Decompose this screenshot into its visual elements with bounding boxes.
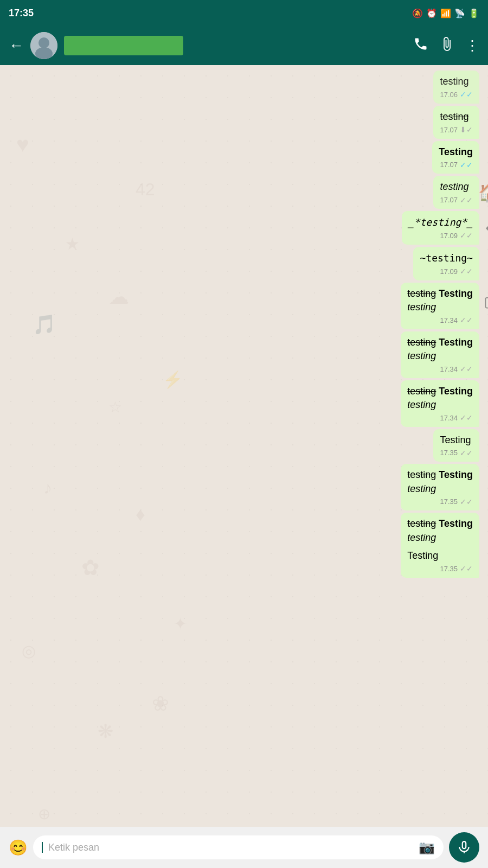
list-item: testing Testing testing Testing 17.35 ✓✓ bbox=[401, 513, 479, 577]
chat-background: ♥ ★ 🎵 ☆ ♪ ✿ ◎ ❋ ⊕ 42 ☁ ⚡ ♦ ✦ ❀ testing 1… bbox=[0, 65, 488, 868]
alarm-icon: ⏰ bbox=[426, 8, 437, 18]
mute-icon: 🔕 bbox=[412, 8, 423, 18]
contact-name-bar bbox=[64, 36, 183, 55]
input-bar: 😊 📷 bbox=[0, 827, 488, 868]
chat-header: ← ⋮ bbox=[0, 26, 488, 65]
message-text-second: Testing bbox=[407, 549, 473, 563]
svg-text:◎: ◎ bbox=[22, 642, 36, 660]
message-partial: testing 17.06 ✓✓ bbox=[433, 71, 479, 104]
message-time: 17.34 bbox=[440, 365, 458, 374]
header-actions: ⋮ bbox=[413, 36, 479, 55]
message-time: 17.07 bbox=[440, 125, 458, 135]
list-item: testing Testing testing 17.34 ✓✓ bbox=[401, 380, 479, 427]
message-ticks: ✓✓ bbox=[460, 160, 473, 171]
message-time: 17.35 bbox=[440, 448, 458, 458]
message-ticks: ✓✓ bbox=[460, 231, 473, 241]
message-text: testing bbox=[440, 111, 468, 122]
message-ticks: ✓✓ bbox=[460, 364, 473, 375]
camera-button[interactable]: 📷 bbox=[419, 840, 435, 855]
message-text: testing bbox=[440, 181, 468, 192]
message-time: 17.07 bbox=[440, 195, 458, 205]
svg-text:⊕: ⊕ bbox=[38, 806, 50, 822]
message-ticks: ✓✓ bbox=[460, 413, 473, 424]
message-ticks: ✓✓ bbox=[460, 266, 473, 277]
emoji-button[interactable]: 😊 bbox=[9, 839, 28, 857]
message-time: 17.35 bbox=[440, 497, 458, 507]
message-text: _*testing*_ bbox=[408, 216, 473, 228]
mic-button[interactable] bbox=[449, 832, 479, 863]
message-ticks: ⬇✓ bbox=[460, 125, 473, 136]
list-item: Testing 17.07 ✓✓ bbox=[432, 141, 479, 174]
list-item: testing 17.07 ✓✓ 🏠 bbox=[433, 176, 479, 209]
message-ticks: ✓✓ bbox=[460, 315, 473, 326]
status-bar: 17:35 🔕 ⏰ 📶 📡 🔋 bbox=[0, 0, 488, 26]
message-time: 17.09 bbox=[440, 267, 458, 277]
status-icons: 🔕 ⏰ 📶 📡 🔋 bbox=[412, 8, 479, 18]
message-text: testing Testing testing bbox=[407, 385, 473, 412]
message-time: 17.07 bbox=[440, 160, 458, 170]
message-ticks: ✓✓ bbox=[460, 90, 473, 100]
message-ticks: ✓✓ bbox=[460, 564, 473, 575]
back-button[interactable]: ← bbox=[9, 37, 24, 54]
text-cursor bbox=[42, 842, 43, 853]
list-item: testing Testing testing 17.34 ✓✓ bbox=[401, 331, 479, 378]
list-item: testing Testing testing 17.35 ✓✓ bbox=[401, 464, 479, 510]
message-text: testing Testing testing bbox=[407, 468, 473, 495]
signal-icon: 📡 bbox=[454, 8, 465, 18]
forward-icon bbox=[484, 295, 488, 316]
list-item: _*testing*_ 17.09 ✓✓ ↩ bbox=[402, 211, 479, 245]
call-button[interactable] bbox=[413, 36, 428, 55]
list-item: Testing 17.35 ✓✓ bbox=[433, 429, 479, 462]
contact-avatar[interactable] bbox=[30, 32, 57, 59]
messages-list: testing 17.06 ✓✓ testing 17.07 ⬇✓ Testin… bbox=[9, 71, 479, 578]
svg-text:✦: ✦ bbox=[174, 615, 187, 633]
message-text: testing bbox=[440, 76, 468, 87]
list-item: ~testing~ 17.09 ✓✓ bbox=[413, 247, 479, 280]
message-ticks: ✓✓ bbox=[460, 448, 473, 459]
message-time: 17.34 bbox=[440, 413, 458, 423]
message-time: 17.09 bbox=[440, 231, 458, 241]
message-time: 17.35 bbox=[440, 564, 458, 574]
list-item: testing Testing testing 17.34 ✓✓ bbox=[401, 283, 479, 329]
status-time: 17:35 bbox=[9, 8, 34, 19]
message-text: testing Testing testing bbox=[407, 517, 473, 544]
svg-text:❋: ❋ bbox=[98, 720, 113, 742]
house-icon: 🏠 bbox=[478, 180, 488, 205]
message-time: 17.34 bbox=[440, 316, 458, 326]
svg-point-1 bbox=[38, 37, 49, 48]
message-time: 17.06 bbox=[440, 90, 458, 100]
svg-text:❀: ❀ bbox=[152, 692, 169, 715]
svg-rect-18 bbox=[486, 298, 489, 308]
attach-button[interactable] bbox=[439, 36, 454, 55]
message-text: testing Testing testing bbox=[407, 336, 473, 363]
message-input-wrapper: 📷 bbox=[33, 835, 444, 859]
message-input[interactable] bbox=[48, 842, 413, 853]
wifi-icon: 📶 bbox=[440, 8, 451, 18]
message-ticks: ✓✓ bbox=[460, 195, 473, 206]
battery-icon: 🔋 bbox=[468, 8, 479, 18]
reply-icon: ↩ bbox=[485, 216, 488, 240]
message-text: testing Testing testing bbox=[407, 287, 473, 314]
message-text: ~testing~ bbox=[420, 252, 473, 264]
list-item: testing 17.07 ⬇✓ bbox=[433, 106, 479, 139]
message-text: Testing bbox=[439, 146, 473, 157]
message-ticks: ✓✓ bbox=[460, 497, 473, 508]
message-text: Testing bbox=[440, 435, 471, 445]
more-options-button[interactable]: ⋮ bbox=[465, 37, 479, 54]
